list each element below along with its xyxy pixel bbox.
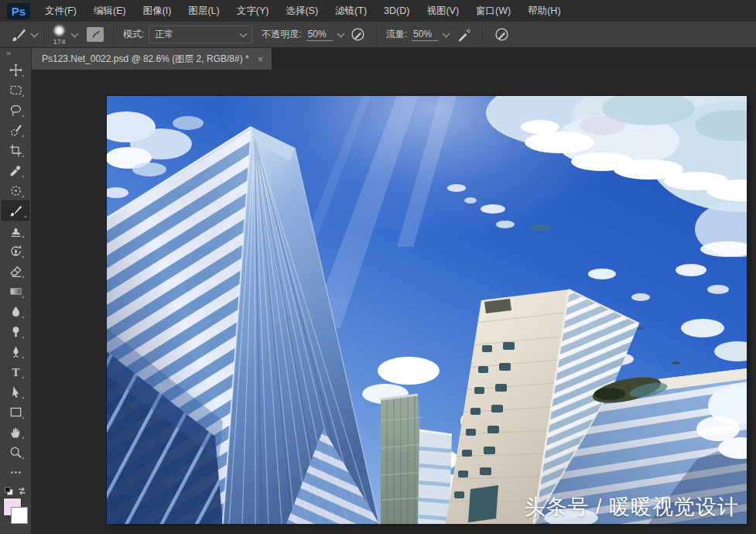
flow-field[interactable]: 50% xyxy=(412,29,449,41)
mode-label: 模式: xyxy=(123,28,144,41)
separator xyxy=(114,26,115,44)
menu-type[interactable]: 文字(Y) xyxy=(228,0,278,22)
opacity-field[interactable]: 50% xyxy=(306,29,344,41)
menu-filter[interactable]: 滤镜(T) xyxy=(327,0,375,22)
tool-preset-picker[interactable] xyxy=(0,27,37,43)
menu-3d[interactable]: 3D(D) xyxy=(375,0,418,22)
options-bar: 174 模式: 正常 不透明度: 50% 流量: xyxy=(0,22,756,48)
brush-preset-icon xyxy=(11,27,26,43)
horizontal-type-tool[interactable]: T xyxy=(4,361,27,382)
spot-healing-brush-tool[interactable] xyxy=(4,180,27,200)
watermark-text: 头条号 / 暖暖视觉设计 xyxy=(524,493,739,521)
toggle-brush-panel-icon xyxy=(90,29,101,40)
lasso-tool[interactable] xyxy=(4,100,27,120)
tablet-pressure-size-icon xyxy=(494,27,509,42)
flow-value: 50% xyxy=(412,29,438,41)
brush-size-picker[interactable]: 174 xyxy=(52,23,77,46)
dodge-tool[interactable] xyxy=(4,321,27,341)
flow-label: 流量: xyxy=(386,28,407,41)
rectangular-marquee-tool[interactable] xyxy=(4,80,27,100)
canvas-artwork[interactable] xyxy=(107,96,747,524)
menu-edit[interactable]: 编辑(E) xyxy=(85,0,135,22)
blur-tool[interactable] xyxy=(4,301,27,321)
brush-tip-preview xyxy=(52,23,67,38)
blend-mode-value: 正常 xyxy=(155,28,173,41)
separator xyxy=(44,26,45,44)
zoom-tool[interactable] xyxy=(4,442,27,462)
document-tab-bar: Ps123.Net_0022.psd @ 82.6% (图层 2, RGB/8#… xyxy=(31,48,756,70)
quick-selection-tool[interactable] xyxy=(4,120,27,140)
brush-tool[interactable] xyxy=(2,200,29,221)
menu-help[interactable]: 帮助(H) xyxy=(519,0,569,22)
background-color-swatch[interactable] xyxy=(11,507,28,524)
menu-select[interactable]: 选择(S) xyxy=(277,0,327,22)
default-colors-icon[interactable] xyxy=(4,486,14,496)
eyedropper-tool[interactable] xyxy=(4,160,27,180)
smoothing-pressure-button[interactable] xyxy=(492,26,511,44)
close-icon[interactable]: × xyxy=(258,54,264,64)
pen-tool[interactable] xyxy=(4,341,27,361)
eraser-tool[interactable] xyxy=(4,261,27,281)
opacity-value: 50% xyxy=(306,29,333,41)
airbrush-icon xyxy=(457,27,471,42)
menu-image[interactable]: 图像(I) xyxy=(135,0,180,22)
pasteboard: 头条号 / 暖暖视觉设计 xyxy=(31,70,756,534)
photoshop-window: Ps 文件(F) 编辑(E) 图像(I) 图层(L) 文字(Y) 选择(S) 滤… xyxy=(0,0,756,534)
tablet-pressure-opacity-icon xyxy=(351,27,365,42)
gradient-tool[interactable] xyxy=(4,281,27,301)
rectangle-tool[interactable] xyxy=(4,402,27,422)
chevron-down-icon xyxy=(31,29,39,37)
crop-tool[interactable] xyxy=(4,140,27,160)
svg-text:T: T xyxy=(12,365,19,378)
hand-tool[interactable] xyxy=(4,422,27,442)
tools-panel: » xyxy=(0,48,32,534)
document-canvas[interactable]: 头条号 / 暖暖视觉设计 xyxy=(107,96,747,524)
opacity-label: 不透明度: xyxy=(262,28,301,41)
swap-colors-icon[interactable] xyxy=(17,486,27,496)
menu-file[interactable]: 文件(F) xyxy=(36,0,85,22)
color-swatches xyxy=(3,498,29,524)
separator xyxy=(377,26,378,44)
menu-layer[interactable]: 图层(L) xyxy=(180,0,227,22)
history-brush-tool[interactable] xyxy=(4,241,27,261)
menu-view[interactable]: 视图(V) xyxy=(418,0,467,22)
blend-mode-select[interactable]: 正常 xyxy=(149,26,252,43)
menu-bar: Ps 文件(F) 编辑(E) 图像(I) 图层(L) 文字(Y) 选择(S) 滤… xyxy=(0,0,756,22)
separator xyxy=(482,26,483,44)
chevron-down-icon xyxy=(443,29,450,37)
edit-toolbar-button[interactable] xyxy=(4,462,27,482)
brush-size-value: 174 xyxy=(53,38,66,46)
document-tab-title: Ps123.Net_0022.psd @ 82.6% (图层 2, RGB/8#… xyxy=(42,53,249,66)
collapse-tools-button[interactable]: » xyxy=(0,48,10,60)
path-selection-tool[interactable] xyxy=(4,382,27,402)
ps-logo: Ps xyxy=(7,3,30,19)
chevron-down-icon xyxy=(337,29,344,37)
chevron-down-icon xyxy=(240,29,248,37)
toggle-brush-panel-button[interactable] xyxy=(87,27,104,42)
move-tool[interactable] xyxy=(4,60,27,80)
chevron-down-icon xyxy=(71,29,79,37)
menu-window[interactable]: 窗口(W) xyxy=(467,0,519,22)
clone-stamp-tool[interactable] xyxy=(4,221,27,241)
airbrush-button[interactable] xyxy=(454,26,473,44)
document-tab[interactable]: Ps123.Net_0022.psd @ 82.6% (图层 2, RGB/8#… xyxy=(31,48,272,70)
tablet-pressure-opacity-button[interactable] xyxy=(349,26,368,44)
